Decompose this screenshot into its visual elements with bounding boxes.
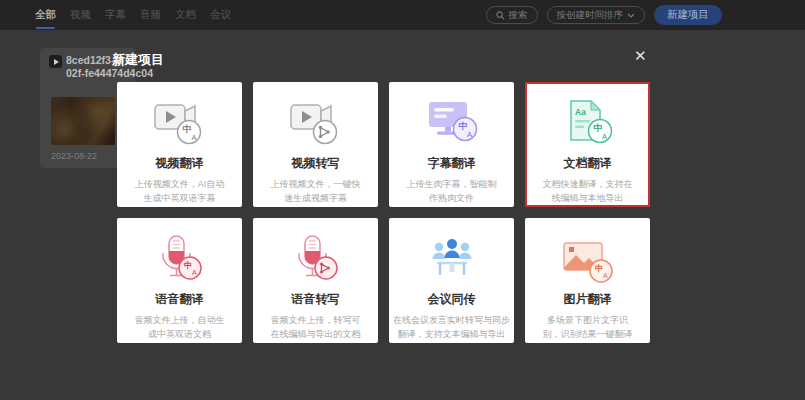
card-desc: 上传生肉字幕，智能制 作熟肉文件 bbox=[405, 178, 499, 205]
card-desc: 在线会议发言实时转写与同步 翻译，支持文本编辑与导出 bbox=[391, 314, 512, 341]
svg-text:中: 中 bbox=[595, 263, 604, 273]
svg-text:A: A bbox=[467, 130, 472, 139]
card-document-translate[interactable]: Aa 中 A 文档翻译 文档快速翻译，支持在 线编辑与本地导出 bbox=[525, 82, 650, 207]
project-thumbnail bbox=[51, 97, 115, 145]
card-desc: 多场景下图片文字识 别，识别结果一键翻译 bbox=[541, 314, 635, 341]
chevron-down-icon bbox=[627, 13, 635, 18]
audio-translate-icon: 中 A bbox=[148, 232, 212, 288]
card-audio-translate[interactable]: 中 A 语音翻译 音频文件上传，自动生 成中英双语文档 bbox=[117, 218, 242, 343]
card-title: 字幕翻译 bbox=[428, 155, 476, 172]
document-translate-icon: Aa 中 A bbox=[556, 96, 620, 152]
subtitle-translate-icon: 中 A bbox=[420, 96, 484, 152]
card-subtitle-translate[interactable]: 中 A 字幕翻译 上传生肉字幕，智能制 作熟肉文件 bbox=[389, 82, 514, 207]
card-desc: 上传视频文件，AI自动 生成中英双语字幕 bbox=[133, 178, 227, 205]
new-project-button[interactable]: 新建项目 bbox=[654, 5, 722, 25]
svg-text:中: 中 bbox=[182, 124, 191, 134]
svg-text:Aa: Aa bbox=[575, 107, 586, 117]
app-window: 全部 视频 字幕 音频 文档 会议 搜索 按创建时间排序 新建项目 bbox=[0, 0, 805, 400]
card-video-transcribe[interactable]: 视频转写 上传视频文件，一键快 速生成视频字幕 bbox=[253, 82, 378, 207]
sort-dropdown[interactable]: 按创建时间排序 bbox=[547, 6, 646, 24]
card-title: 图片翻译 bbox=[564, 291, 612, 308]
audio-transcribe-icon bbox=[284, 232, 348, 288]
modal-title: 新建项目 bbox=[112, 51, 164, 69]
video-transcribe-icon bbox=[284, 96, 348, 152]
tab-audio[interactable]: 音频 bbox=[140, 8, 161, 22]
svg-text:A: A bbox=[602, 132, 607, 141]
meeting-interpretation-icon bbox=[420, 232, 484, 288]
navbar-actions: 搜索 按创建时间排序 新建项目 bbox=[486, 5, 723, 25]
svg-text:A: A bbox=[603, 272, 608, 279]
top-navbar: 全部 视频 字幕 音频 文档 会议 搜索 按创建时间排序 新建项目 bbox=[0, 0, 805, 30]
svg-text:A: A bbox=[191, 133, 196, 142]
card-desc: 音频文件上传，转写可 在线编辑与导出的文档 bbox=[269, 314, 363, 341]
card-title: 视频转写 bbox=[292, 155, 340, 172]
tab-document[interactable]: 文档 bbox=[175, 8, 196, 22]
search-icon bbox=[496, 11, 505, 20]
card-title: 会议同传 bbox=[428, 291, 476, 308]
card-desc: 音频文件上传，自动生 成中英双语文档 bbox=[133, 314, 227, 341]
card-desc: 文档快速翻译，支持在 线编辑与本地导出 bbox=[541, 178, 635, 205]
close-icon[interactable]: ✕ bbox=[634, 47, 647, 65]
tab-video[interactable]: 视频 bbox=[70, 8, 91, 22]
card-audio-transcribe[interactable]: 语音转写 音频文件上传，转写可 在线编辑与导出的文档 bbox=[253, 218, 378, 343]
svg-text:A: A bbox=[192, 269, 197, 276]
tab-subtitle[interactable]: 字幕 bbox=[105, 8, 126, 22]
tab-meeting[interactable]: 会议 bbox=[210, 8, 231, 22]
category-tabs: 全部 视频 字幕 音频 文档 会议 bbox=[35, 8, 231, 22]
card-video-translate[interactable]: 中 A 视频翻译 上传视频文件，AI自动 生成中英双语字幕 bbox=[117, 82, 242, 207]
tab-all[interactable]: 全部 bbox=[35, 8, 56, 22]
card-title: 文档翻译 bbox=[564, 155, 612, 172]
search-button[interactable]: 搜索 bbox=[486, 6, 538, 24]
video-file-icon bbox=[49, 55, 62, 68]
image-translate-icon: 中 A bbox=[556, 232, 620, 288]
card-title: 语音转写 bbox=[292, 291, 340, 308]
card-image-translate[interactable]: 中 A 图片翻译 多场景下图片文字识 别，识别结果一键翻译 bbox=[525, 218, 650, 343]
sort-label: 按创建时间排序 bbox=[557, 9, 624, 22]
project-type-grid: 中 A 视频翻译 上传视频文件，AI自动 生成中英双语字幕 视频转写 上 bbox=[117, 82, 650, 343]
svg-text:中: 中 bbox=[184, 260, 193, 270]
card-title: 语音翻译 bbox=[156, 291, 204, 308]
video-translate-icon: 中 A bbox=[148, 96, 212, 152]
project-date: 2023-08-22 bbox=[51, 151, 97, 161]
card-desc: 上传视频文件，一键快 速生成视频字幕 bbox=[269, 178, 363, 205]
card-title: 视频翻译 bbox=[156, 155, 204, 172]
card-meeting-interpretation[interactable]: 会议同传 在线会议发言实时转写与同步 翻译，支持文本编辑与导出 bbox=[389, 218, 514, 343]
search-label: 搜索 bbox=[509, 9, 528, 22]
